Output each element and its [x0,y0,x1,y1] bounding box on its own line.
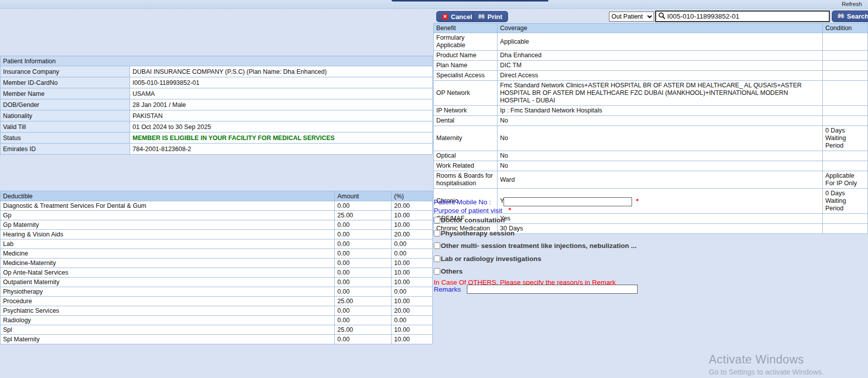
search-button[interactable]: Search [832,11,868,22]
deductible-col-header: Deductible [1,191,335,201]
purpose-option-checkbox[interactable] [434,242,440,249]
search-button-label: Search [847,13,868,20]
refresh-link[interactable]: Refresh [842,1,862,7]
benefit-cell: Dental [434,116,498,126]
deductible-name-cell: Procedure [1,297,335,306]
deductible-row: Spl Maternity0.0010.00 [1,335,433,344]
deductible-row: Lab0.000.00 [1,239,433,249]
deductible-row: Op Ante-Natal Services0.0010.00 [1,268,433,278]
benefit-row: Formulary ApplicableApplicable [434,33,868,51]
binoculars-icon [837,13,844,20]
binoculars-icon [478,13,485,21]
field-label: Status [1,133,130,144]
deductible-name-cell: Spl Maternity [1,335,335,344]
purpose-option-checkbox[interactable] [434,256,440,262]
deductible-row: Gp Maternity0.0010.00 [1,220,433,230]
benefit-row: MaternityNo0 Days Waiting Period [434,126,868,151]
coverage-cell: Fmc Standard Network Clinics+ASTER HOSPI… [498,81,823,106]
deductible-table: Deductible Amount (%) Diagnostic & Treat… [0,191,432,344]
deductible-row: Spl25.0010.00 [1,325,433,335]
purpose-option-label: Other multi- session treatment like inje… [441,242,637,249]
condition-cell [823,33,868,51]
purpose-option: Doctor consultation [434,214,637,227]
deductible-header-row: Deductible Amount (%) [1,191,433,201]
patient-info-header-row: Patient Information [1,56,433,66]
deductible-percent-cell: 10.00 [392,335,433,344]
field-value: 01 Oct 2024 to 30 Sep 2025 [130,121,433,133]
patient-info-row: Emirates ID784-2001-8123608-2 [1,144,433,155]
benefit-cell: Rooms & Boards for hospitalisation [434,171,498,189]
magnifier-icon [658,12,666,21]
deductible-percent-cell: 0.00 [392,249,433,259]
purpose-option-checkbox[interactable] [434,268,440,275]
deductible-row: Hearing & Vision Aids0.0020.00 [1,230,433,239]
benefit-row: Work RelatedNo [434,161,868,171]
mobile-required-marker: * [636,197,639,205]
purpose-option-label: Lab or radiology investigations [441,255,541,263]
condition-cell [823,106,868,116]
watermark-subtitle: Go to Settings to activate Windows. [709,368,824,376]
coverage-cell: Applicable [498,33,823,51]
benefit-cell: Product Name [434,51,498,61]
deductible-percent-cell: 0.00 [392,239,433,249]
benefit-row: IP NetworkIp : Fmc Standard Network Hosp… [434,106,868,116]
deductible-amount-cell: 0.00 [335,249,392,259]
deductible-row: Medicine-Maternity0.0010.00 [1,259,433,268]
search-input[interactable] [666,13,827,20]
benefit-row: Rooms & Boards for hospitalisationWardAp… [434,171,868,189]
deductible-amount-cell: 0.00 [335,335,392,344]
coverage-cell: Dha Enhanced [498,51,823,61]
deductible-amount-cell: 0.00 [335,287,392,297]
benefit-cell: Optical [434,151,498,161]
deductible-percent-cell: 20.00 [392,201,433,211]
coverage-cell: No [498,151,823,161]
condition-cell [823,151,868,161]
deductible-percent-cell: 20.00 [392,306,433,316]
deductible-name-cell: Psychiatric Services [1,306,335,316]
deductible-percent-cell: 0.00 [392,316,433,325]
deductible-percent-cell: 10.00 [392,278,433,287]
print-button-label: Print [487,13,503,21]
purpose-option: Lab or radiology investigations [434,253,637,266]
deductible-name-cell: Physiotherapy [1,287,335,297]
purpose-option-checkbox[interactable] [434,217,440,223]
benefit-cell: Formulary Applicable [434,33,498,51]
coverage-cell: DIC TM [498,61,823,71]
deductible-row: Outpatient Maternity0.0010.00 [1,278,433,287]
activate-windows-watermark: Activate Windows Go to Settings to activ… [709,353,824,376]
condition-cell [823,61,868,71]
deductible-amount-cell: 0.00 [335,239,392,249]
purpose-option-label: Others [441,268,463,275]
patient-type-select[interactable]: Out Patient [609,12,654,22]
deductible-amount-cell: 0.00 [335,268,392,278]
remarks-input[interactable] [467,285,638,294]
patient-info-table: Patient Information Insurance CompanyDUB… [0,56,432,155]
deductible-amount-cell: 0.00 [335,230,392,239]
patient-mobile-input[interactable] [504,197,632,206]
condition-cell [823,116,868,126]
condition-cell [823,224,868,234]
field-label: Emirates ID [1,144,130,155]
purpose-option: Other multi- session treatment like inje… [434,239,637,253]
deductible-amount-cell: 25.00 [335,325,392,335]
search-box [655,11,830,22]
deductible-row: Procedure25.0010.00 [1,297,433,306]
benefit-cell: Work Related [434,161,498,171]
mobile-number-label: Patient Mobile No : [434,198,491,206]
deductible-name-cell: Op Ante-Natal Services [1,268,335,278]
benefit-row: OpticalNo [434,151,868,161]
deductible-name-cell: Hearing & Vision Aids [1,230,335,239]
deductible-name-cell: Diagnostic & Treatment Services For Dent… [1,201,335,211]
purpose-option-label: Physiotherapy session [441,229,515,237]
deductible-name-cell: Lab [1,239,335,249]
benefit-col-header: Benefit [434,24,498,33]
purpose-option-checkbox[interactable] [434,230,440,236]
deductible-row: Physiotherapy0.000.00 [1,287,433,297]
benefit-cell: IP Network [434,106,498,116]
benefit-row: Plan NameDIC TM [434,61,868,71]
field-value: MEMBER IS ELIGIBLE IN YOUR FACILITY FOR … [130,133,433,144]
print-button[interactable]: Print [472,11,508,22]
deductible-row: Diagnostic & Treatment Services For Dent… [1,201,433,211]
cancel-button[interactable]: ✕ Cancel [436,11,478,22]
condition-col-header: Condition [823,24,868,33]
